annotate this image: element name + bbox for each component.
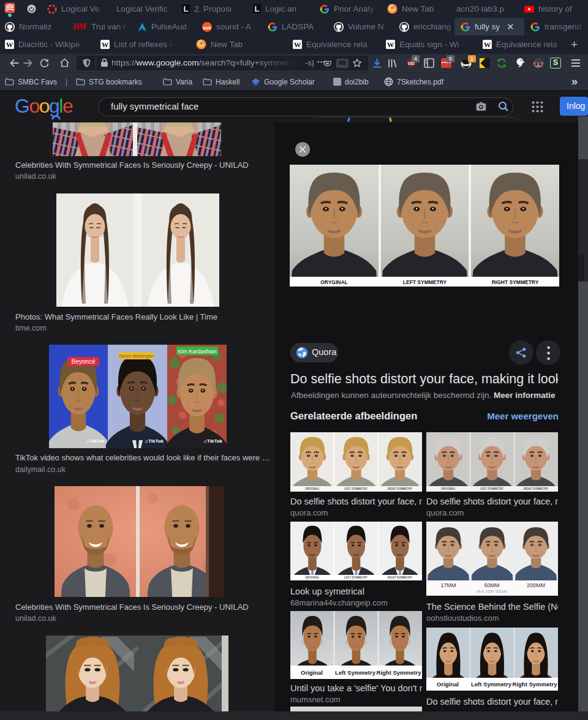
svg-text:LEFT SYMMETRY: LEFT SYMMETRY [344,576,368,579]
svg-text:Right Symmetry: Right Symmetry [513,681,558,688]
svg-text:17MM: 17MM [440,582,456,588]
svg-text:F5.6 1/200 ISO100: F5.6 1/200 ISO100 [477,590,507,593]
svg-text:Denzel Washington: Denzel Washington [119,354,154,359]
svg-text:ORYGINAL: ORYGINAL [305,487,320,490]
svg-text:LEFT SYMMETRY: LEFT SYMMETRY [480,487,503,490]
svg-text:LEFT SYMMETRY: LEFT SYMMETRY [344,487,368,490]
svg-text:Right Symmetry: Right Symmetry [377,669,422,676]
svg-text:Beyoncé: Beyoncé [72,358,96,365]
svg-text:♫TikTok: ♫TikTok [145,438,164,444]
svg-text:50MM: 50MM [484,582,499,588]
svg-text:LEFT SYMMETRY: LEFT SYMMETRY [403,279,447,285]
svg-text:Original: Original [301,669,323,676]
svg-text:♫TikTok: ♫TikTok [86,438,105,444]
svg-text:ORYGINAL: ORYGINAL [305,576,320,579]
svg-text:RIGHT SYMMETRY: RIGHT SYMMETRY [388,487,413,490]
svg-text:200MM: 200MM [527,582,545,588]
svg-text:Original: Original [437,681,459,688]
svg-text:RIGHT SYMMETRY: RIGHT SYMMETRY [388,576,413,579]
svg-text:RIGHT SYMMETRY: RIGHT SYMMETRY [524,487,549,490]
svg-text:Left Symmetry: Left Symmetry [335,669,376,676]
svg-text:ORYGINAL: ORYGINAL [441,487,456,490]
svg-text:RIGHT SYMMETRY: RIGHT SYMMETRY [492,279,539,285]
svg-text:♫TikTok: ♫TikTok [203,438,223,444]
svg-text:Kim Kardashian: Kim Kardashian [178,348,217,354]
svg-text:ORYGINAL: ORYGINAL [320,279,348,285]
svg-text:Left Symmetry: Left Symmetry [471,681,512,688]
